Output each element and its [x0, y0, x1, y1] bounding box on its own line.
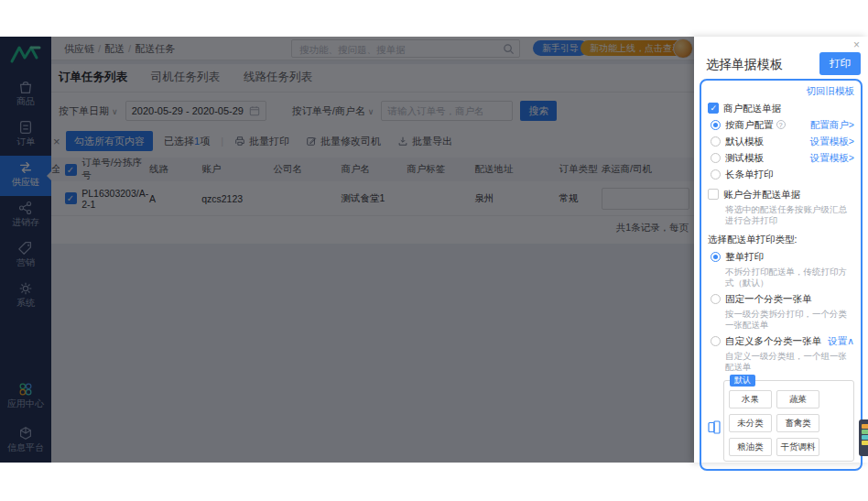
category-tag[interactable]: 未分类 — [729, 414, 772, 432]
radio-strip-print[interactable] — [711, 169, 721, 180]
category-tag[interactable]: 蔬菜 — [776, 390, 819, 408]
merge-account-checkbox[interactable] — [708, 189, 719, 200]
category-group-icon — [708, 380, 721, 462]
custom-category-settings-link[interactable]: 设置∧ — [828, 334, 854, 347]
radio-fixed-category-print[interactable] — [711, 294, 721, 304]
merge-account-desc: 将选中的配送任务按账户级汇总进行合并打印 — [725, 204, 854, 226]
category-group-section: 默认 水果 蔬菜 未分类 畜禽类 粮油类 干货调料 — [708, 380, 854, 462]
configure-merchant-link[interactable]: 配置商户> — [810, 118, 854, 131]
page: 商品 订单 供应链 进销存 营销 系统 — [0, 0, 868, 501]
help-icon[interactable]: ? — [776, 120, 786, 129]
merchant-doc-checkbox[interactable] — [708, 103, 719, 114]
drawer-title: 选择单据模板 — [706, 57, 783, 73]
category-tag[interactable]: 干货调料 — [776, 438, 819, 456]
set-template-link[interactable]: 设置模板> — [810, 151, 854, 164]
app-window: 商品 订单 供应链 进销存 营销 系统 — [0, 37, 868, 463]
radio-by-merchant-config[interactable] — [711, 120, 721, 130]
modal-dim-overlay — [0, 37, 694, 463]
custom-category-desc: 自定义一级分类组，一个组一张配送单 — [725, 351, 854, 373]
radio-label: 自定义多个分类一张单 — [725, 334, 821, 347]
radio-custom-category-print[interactable] — [711, 336, 721, 346]
radio-label: 长条单打印 — [725, 168, 774, 180]
switch-old-template-link[interactable]: 切回旧模板 — [807, 85, 855, 96]
whole-print-desc: 不拆分打印配送单，传统打印方式（默认） — [725, 267, 854, 289]
category-tags: 水果 蔬菜 未分类 畜禽类 粮油类 干货调料 — [729, 390, 849, 456]
print-type-title: 选择配送单打印类型: — [708, 234, 854, 246]
fixed-category-desc: 按一级分类拆分打印，一个分类一张配送单 — [725, 309, 854, 331]
radio-label: 整单打印 — [725, 250, 764, 263]
template-drawer: × 选择单据模板 打印 切回旧模板 商户配送单据 按商户配置 ? 配置商户> — [694, 37, 868, 463]
print-button[interactable]: 打印 — [819, 52, 861, 75]
radio-default-template[interactable] — [711, 136, 721, 147]
merchant-doc-label: 商户配送单据 — [723, 102, 854, 114]
category-group-box: 默认 水果 蔬菜 未分类 畜禽类 粮油类 干货调料 — [723, 380, 854, 462]
merge-account-label: 账户合并配送单据 — [723, 188, 854, 201]
group-badge: 默认 — [730, 375, 755, 387]
radio-test-template[interactable] — [711, 153, 721, 163]
caret-up-icon: ∧ — [847, 335, 854, 346]
radio-label: 固定一个分类一张单 — [725, 292, 812, 305]
category-tag[interactable]: 水果 — [729, 390, 772, 408]
category-tag[interactable]: 粮油类 — [729, 438, 772, 456]
radio-label: 默认模板 — [725, 135, 764, 147]
category-tag[interactable]: 畜禽类 — [776, 414, 819, 432]
feedback-widget[interactable] — [859, 419, 868, 456]
radio-label: 测试模板 — [725, 151, 764, 164]
close-icon[interactable]: × — [853, 38, 860, 51]
set-template-link[interactable]: 设置模板> — [810, 135, 854, 147]
radio-whole-print[interactable] — [711, 252, 721, 262]
radio-label: 按商户配置 — [725, 118, 774, 131]
template-options-panel: 切回旧模板 商户配送单据 按商户配置 ? 配置商户> 默认模板 设置模板> — [700, 79, 863, 471]
